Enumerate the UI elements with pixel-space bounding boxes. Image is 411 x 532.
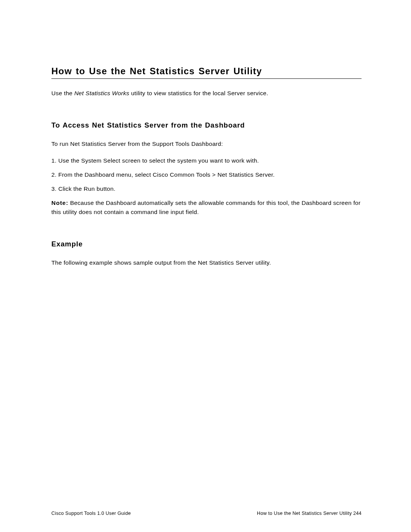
footer-right: How to Use the Net Statistics Server Uti… xyxy=(257,511,362,516)
page-footer: Cisco Support Tools 1.0 User Guide How t… xyxy=(51,511,362,516)
page-title: How to Use the Net Statistics Server Uti… xyxy=(51,66,362,77)
step-1: 1. Use the System Select screen to selec… xyxy=(51,156,362,165)
page-content: How to Use the Net Statistics Server Uti… xyxy=(0,0,411,267)
intro-prefix: Use the xyxy=(51,90,74,96)
steps-list: 1. Use the System Select screen to selec… xyxy=(51,156,362,193)
intro-paragraph: Use the Net Statistics Works utility to … xyxy=(51,89,362,97)
section2-body: The following example shows sample outpu… xyxy=(51,258,362,267)
section1-lead: To run Net Statistics Server from the Su… xyxy=(51,139,362,148)
section-heading-access: To Access Net Statistics Server from the… xyxy=(51,121,362,129)
note-text: Because the Dashboard automatically sets… xyxy=(51,200,360,215)
intro-suffix: utility to view statistics for the local… xyxy=(129,90,268,96)
step-3: 3. Click the Run button. xyxy=(51,184,362,193)
note-label: Note: xyxy=(51,200,68,206)
step-2: 2. From the Dashboard menu, select Cisco… xyxy=(51,170,362,179)
footer-left: Cisco Support Tools 1.0 User Guide xyxy=(51,511,131,516)
title-underline xyxy=(51,78,362,79)
section-heading-example: Example xyxy=(51,240,362,248)
intro-italic: Net Statistics Works xyxy=(74,90,129,96)
note-paragraph: Note: Because the Dashboard automaticall… xyxy=(51,198,362,216)
